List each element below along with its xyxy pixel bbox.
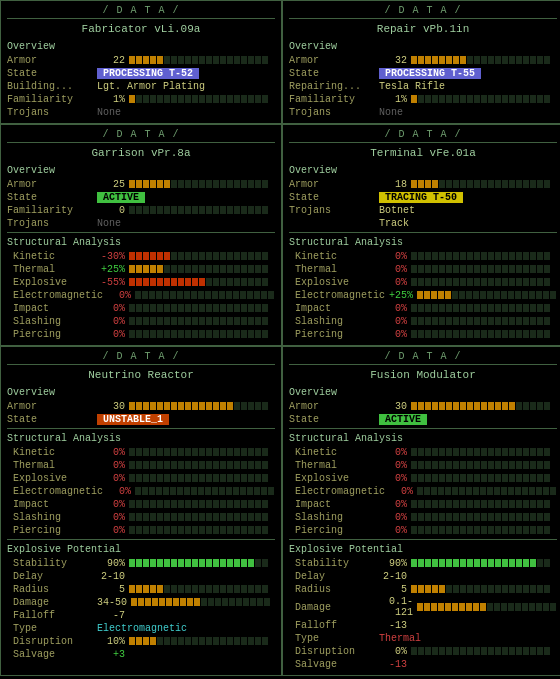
- state-badge: ACTIVE: [97, 192, 145, 203]
- explosive-row: Damage 34-50: [7, 596, 275, 608]
- structural-row: Piercing 0%: [289, 328, 557, 340]
- structural-row-value: 0%: [97, 303, 125, 314]
- structural-row: Electromagnetic 0%: [7, 485, 275, 497]
- building-label: Building...: [7, 81, 97, 92]
- structural-row-label: Piercing: [7, 525, 97, 536]
- trojans-value: None: [97, 218, 121, 229]
- explosive-row: Disruption 0%: [289, 645, 557, 657]
- explosive-row-label: Radius: [7, 584, 97, 595]
- armor-row-repair: Armor 32: [289, 54, 557, 66]
- panel-header-terminal: / D A T A /: [289, 129, 557, 143]
- state-row-garrison: State ACTIVE: [7, 191, 275, 203]
- explosive-row-value: 5: [97, 584, 125, 595]
- trojans-row-fabricator: Trojans None: [7, 106, 275, 118]
- structural-row-value: 0%: [103, 486, 131, 497]
- armor-label: Armor: [7, 55, 97, 66]
- explosive-row: Stability 90%: [7, 557, 275, 569]
- structural-row-label: Slashing: [289, 512, 379, 523]
- structural-row-label: Electromagnetic: [289, 486, 385, 497]
- structural-row-value: 0%: [379, 316, 407, 327]
- panel-garrison: / D A T A /Garrison vPr.8aOverview Armor…: [0, 124, 282, 346]
- structural-row-value: 0%: [103, 290, 131, 301]
- explosive-row-label: Stability: [7, 558, 97, 569]
- structural-row-label: Electromagnetic: [289, 290, 385, 301]
- overview-label-terminal: Overview: [289, 165, 557, 176]
- building-value: Tesla Rifle: [379, 81, 445, 92]
- explosive-row: Falloff -13: [289, 619, 557, 631]
- trojans-value: None: [379, 107, 403, 118]
- structural-row-label: Slashing: [7, 316, 97, 327]
- structural-row: Explosive -55%: [7, 276, 275, 288]
- armor-row-neutrino: Armor 30: [7, 400, 275, 412]
- overview-label-neutrino: Overview: [7, 387, 275, 398]
- structural-row: Kinetic 0%: [289, 446, 557, 458]
- structural-row-label: Impact: [7, 303, 97, 314]
- explosive-row-label: Damage: [7, 597, 97, 608]
- structural-row: Thermal +25%: [7, 263, 275, 275]
- state-row-fabricator: State PROCESSING T-52: [7, 67, 275, 79]
- familiarity-value: 0: [97, 205, 125, 216]
- state-row-neutrino: State UNSTABLE_1: [7, 413, 275, 425]
- trojans-label: Trojans: [7, 218, 97, 229]
- structural-row-value: 0%: [385, 486, 413, 497]
- panel-header-fusion: / D A T A /: [289, 351, 557, 365]
- trojans-row-repair: Trojans None: [289, 106, 557, 118]
- explosive-row-value: Thermal: [379, 633, 421, 644]
- panel-title-repair: Repair vPb.1in: [289, 23, 557, 35]
- structural-row: Slashing 0%: [289, 315, 557, 327]
- structural-row-label: Electromagnetic: [7, 486, 103, 497]
- structural-row: Electromagnetic +25%: [289, 289, 557, 301]
- explosive-row-value: 90%: [97, 558, 125, 569]
- armor-row-fabricator: Armor 22: [7, 54, 275, 66]
- state-badge: ACTIVE: [379, 414, 427, 425]
- explosive-title-fusion: Explosive Potential: [289, 544, 557, 555]
- structural-divider-terminal: [289, 232, 557, 233]
- structural-row: Explosive 0%: [289, 472, 557, 484]
- explosive-row-value: +3: [97, 649, 125, 660]
- familiarity-label: Familiarity: [7, 94, 97, 105]
- structural-row: Impact 0%: [7, 498, 275, 510]
- structural-row-value: +25%: [385, 290, 413, 301]
- structural-row: Kinetic 0%: [7, 446, 275, 458]
- trojans-value: None: [97, 107, 121, 118]
- panel-header-fabricator: / D A T A /: [7, 5, 275, 19]
- structural-row-label: Thermal: [289, 460, 379, 471]
- structural-row-value: 0%: [379, 447, 407, 458]
- panel-title-fusion: Fusion Modulator: [289, 369, 557, 381]
- building-value: Lgt. Armor Plating: [97, 81, 205, 92]
- structural-row-label: Impact: [289, 303, 379, 314]
- structural-row-label: Thermal: [289, 264, 379, 275]
- explosive-row-value: 2-10: [379, 571, 407, 582]
- structural-row-label: Thermal: [7, 264, 97, 275]
- explosive-title-neutrino: Explosive Potential: [7, 544, 275, 555]
- structural-row-value: 0%: [379, 460, 407, 471]
- structural-row-label: Explosive: [7, 473, 97, 484]
- structural-row-label: Kinetic: [289, 447, 379, 458]
- explosive-row: Delay 2-10: [7, 570, 275, 582]
- familiarity-value: 1%: [379, 94, 407, 105]
- state-label: State: [289, 68, 379, 79]
- overview-label-fabricator: Overview: [7, 41, 275, 52]
- explosive-row-value: 5: [379, 584, 407, 595]
- explosive-row-label: Damage: [289, 602, 379, 613]
- familiarity-label: Familiarity: [7, 205, 97, 216]
- structural-row-label: Electromagnetic: [7, 290, 103, 301]
- structural-row-value: 0%: [379, 303, 407, 314]
- explosive-row: Type Electromagnetic: [7, 622, 275, 634]
- structural-row: Explosive 0%: [7, 472, 275, 484]
- structural-row-value: 0%: [379, 251, 407, 262]
- familiarity-label: Familiarity: [289, 94, 379, 105]
- structural-row-value: 0%: [379, 264, 407, 275]
- state-row-terminal: State TRACING T-50: [289, 191, 557, 203]
- building-row-repair: Repairing... Tesla Rifle: [289, 80, 557, 92]
- armor-value: 32: [379, 55, 407, 66]
- trojans-label: Trojans: [289, 107, 379, 118]
- state-badge: UNSTABLE_1: [97, 414, 169, 425]
- structural-row: Thermal 0%: [289, 459, 557, 471]
- structural-divider-garrison: [7, 232, 275, 233]
- trojans-row-garrison: Trojans None: [7, 217, 275, 229]
- armor-row-terminal: Armor 18: [289, 178, 557, 190]
- explosive-row-value: Electromagnetic: [97, 623, 187, 634]
- extra1-row-terminal: Trojans Botnet: [289, 204, 557, 216]
- panel-terminal: / D A T A /Terminal vFe.01aOverview Armo…: [282, 124, 560, 346]
